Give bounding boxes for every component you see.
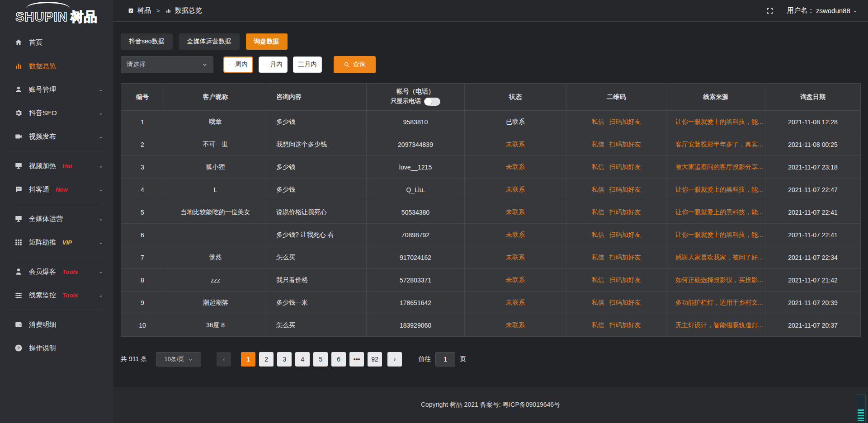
next-page-button[interactable]: ›	[387, 352, 402, 367]
qr-link-dm[interactable]: 私信	[592, 321, 604, 329]
qr-link-dm[interactable]: 私信	[592, 208, 604, 216]
qr-link-dm[interactable]: 私信	[592, 231, 604, 238]
page-button-4[interactable]: 4	[295, 352, 310, 367]
filter-select[interactable]: 请选择	[121, 56, 213, 73]
account-header-label: 帐号（电话）	[396, 88, 434, 95]
qr-link-dm[interactable]: 私信	[592, 276, 604, 283]
qr-link-dm[interactable]: 私信	[592, 299, 604, 306]
col-header-qr: 二维码	[566, 84, 666, 111]
qr-link-scan[interactable]: 扫码加好友	[609, 299, 641, 306]
table-row[interactable]: 6 多少钱? 让我死心 看 70898792 未联系 私信 扫码加好友 让你一眼…	[121, 224, 861, 246]
sidebar-item-label: 操作说明	[29, 344, 56, 352]
cell-date: 2021-11-07 22:47	[765, 179, 861, 201]
qr-link-dm[interactable]: 私信	[592, 186, 604, 193]
cell-qr: 私信 扫码加好友	[566, 314, 666, 337]
col-header-id: 编号	[121, 84, 164, 111]
cell-source-link[interactable]: 让你一眼就爱上的黑科技，能...	[666, 201, 765, 224]
tab-omnimedia-data[interactable]: 全媒体运营数据	[179, 33, 240, 50]
table-row[interactable]: 8 zzz 我只看价格 572803371 未联系 私信 扫码加好友 如何正确选…	[121, 269, 861, 291]
page-size-select[interactable]: 10条/页	[156, 352, 201, 367]
table-row[interactable]: 1 哦章 多少钱 9583810 已联系 私信 扫码加好友 让你一眼就爱上的黑科…	[121, 111, 861, 133]
qr-link-scan[interactable]: 扫码加好友	[609, 141, 641, 148]
app-square-icon	[128, 8, 134, 14]
cell-source-link[interactable]: 客厅安装投影半年多了，真实...	[666, 133, 765, 156]
range-month-button[interactable]: 一月内	[259, 56, 288, 73]
sidebar-item-doukentong[interactable]: 抖客通 New ⌄	[0, 178, 113, 201]
side-widget[interactable]	[856, 394, 866, 423]
cell-source-link[interactable]: 让你一眼就爱上的黑科技，能...	[666, 179, 765, 201]
qr-link-scan[interactable]: 扫码加好友	[609, 118, 641, 125]
qr-link-scan[interactable]: 扫码加好友	[609, 163, 641, 170]
fullscreen-icon[interactable]	[766, 7, 774, 14]
hot-badge: Hot	[62, 163, 72, 169]
tab-inquiry-data[interactable]: 询盘数据	[246, 33, 288, 50]
breadcrumb-root[interactable]: 树品	[137, 6, 151, 15]
sidebar-item-member-customers[interactable]: 会员爆客 Tools ⌄	[0, 260, 113, 283]
sidebar-item-douyin-seo[interactable]: 抖音SEO ⌄	[0, 101, 113, 125]
page-button-92[interactable]: 92	[368, 352, 382, 367]
cell-content: 多少钱一米	[267, 291, 367, 314]
prev-page-button[interactable]: ‹	[217, 352, 231, 367]
sidebar-item-home[interactable]: 首页	[0, 31, 113, 54]
qr-link-scan[interactable]: 扫码加好友	[609, 254, 641, 261]
cell-source-link[interactable]: 多功能护栏灯，适用于乡村文...	[666, 291, 765, 314]
query-button[interactable]: 查询	[334, 56, 376, 73]
qr-link-scan[interactable]: 扫码加好友	[609, 186, 641, 193]
sidebar-item-spending-details[interactable]: 消费明细	[0, 313, 113, 336]
cell-source-link[interactable]: 被大家追着问的客厅投影分享...	[666, 156, 765, 179]
range-quarter-button[interactable]: 三月内	[293, 56, 322, 73]
cell-content: 怎么买	[267, 246, 367, 269]
table-row[interactable]: 4 L 多少钱 Q_Liu. 未联系 私信 扫码加好友 让你一眼就爱上的黑科技，…	[121, 179, 861, 201]
qr-link-dm[interactable]: 私信	[592, 163, 604, 170]
sidebar-item-instructions[interactable]: ? 操作说明	[0, 336, 113, 360]
sidebar-item-video-heat[interactable]: 视频加热 Hot ⌄	[0, 154, 113, 178]
qr-link-scan[interactable]: 扫码加好友	[609, 276, 641, 283]
qr-link-dm[interactable]: 私信	[592, 254, 604, 261]
cell-source-link[interactable]: 感谢大家喜欢我家，被问了好...	[666, 246, 765, 269]
cell-content: 多少钱	[267, 179, 367, 201]
page-button-6[interactable]: 6	[331, 352, 346, 367]
table-row[interactable]: 2 不可一世 我想问这个多少钱 2097344839 未联系 私信 扫码加好友 …	[121, 133, 861, 156]
col-header-status: 状态	[465, 84, 566, 111]
cell-source-link[interactable]: 让你一眼就爱上的黑科技，能...	[666, 111, 765, 133]
table-row[interactable]: 5 当地比较能吃的一位美女 说说价格让我死心 50534380 未联系 私信 扫…	[121, 201, 861, 224]
phone-only-toggle[interactable]	[424, 98, 440, 106]
cell-source-link[interactable]: 如何正确选择投影仪，买投影...	[666, 269, 765, 291]
qr-link-dm[interactable]: 私信	[592, 141, 604, 148]
sidebar-item-matrix-boost[interactable]: 矩阵助推 VIP ⌄	[0, 230, 113, 254]
sidebar-item-data-overview[interactable]: 数据总览	[0, 54, 113, 78]
table-row[interactable]: 3 狐小狸 多少钱 love__1215 未联系 私信 扫码加好友 被大家追着问…	[121, 156, 861, 179]
qr-link-dm[interactable]: 私信	[592, 118, 604, 125]
question-icon: ?	[14, 344, 23, 352]
page-button-3[interactable]: 3	[277, 352, 292, 367]
cell-source-link[interactable]: 无主灯设计，智能磁吸轨道灯...	[666, 314, 765, 337]
sidebar-item-label: 消费明细	[29, 320, 56, 329]
cell-account: 183929060	[367, 314, 465, 337]
page-button-5[interactable]: 5	[313, 352, 328, 367]
chat-icon	[14, 185, 23, 193]
tab-douyin-seo-data[interactable]: 抖音seo数据	[121, 33, 173, 50]
page-button-1[interactable]: 1	[241, 352, 255, 367]
page-button-2[interactable]: 2	[259, 352, 274, 367]
sidebar-item-video-publish[interactable]: 视频发布 ⌄	[0, 125, 113, 148]
sidebar-item-omnimedia[interactable]: 全媒体运营 ⌄	[0, 207, 113, 230]
page-ellipsis-button[interactable]: •••	[349, 352, 364, 367]
table-row[interactable]: 7 觉然 怎么买 917024162 未联系 私信 扫码加好友 感谢大家喜欢我家…	[121, 246, 861, 269]
sidebar-item-account-mgmt[interactable]: 账号管理 ⌄	[0, 78, 113, 101]
sidebar-item-lead-monitor[interactable]: 线索监控 Tools ⌄	[0, 283, 113, 307]
cell-nickname: L	[164, 179, 267, 201]
qr-link-scan[interactable]: 扫码加好友	[609, 208, 641, 216]
goto-label: 前往	[418, 355, 431, 363]
chevron-down-icon: ⌄	[99, 163, 103, 169]
goto-page-input[interactable]	[435, 352, 455, 367]
range-week-button[interactable]: 一周内	[223, 56, 253, 73]
user-menu[interactable]: 用户名： zswodun88 ⌄	[787, 6, 857, 15]
cell-nickname: 觉然	[164, 246, 267, 269]
table-row[interactable]: 10 36度 8 怎么买 183929060 未联系 私信 扫码加好友 无主灯设…	[121, 314, 861, 337]
qr-link-scan[interactable]: 扫码加好友	[609, 231, 641, 238]
qr-link-scan[interactable]: 扫码加好友	[609, 321, 641, 329]
cell-source-link[interactable]: 让你一眼就爱上的黑科技，能...	[666, 224, 765, 246]
status-cell: 未联系	[465, 291, 566, 314]
table-row[interactable]: 9 潮起潮落 多少钱一米 178651642 未联系 私信 扫码加好友 多功能护…	[121, 291, 861, 314]
home-icon	[14, 38, 23, 47]
